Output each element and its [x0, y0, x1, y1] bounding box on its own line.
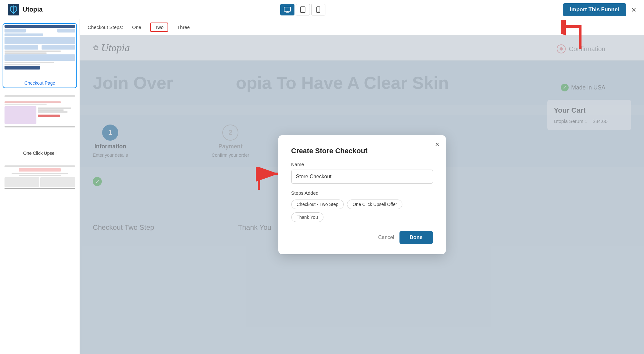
- checkout-page-thumbnail: [3, 24, 76, 79]
- content-area: Checkout Steps: One Two Three ✿ Utopia C…: [80, 19, 644, 354]
- step-tab-two[interactable]: Two: [150, 23, 168, 32]
- step-tab-one[interactable]: One: [128, 23, 145, 31]
- topbar-right: Import This Funnel ×: [563, 3, 636, 16]
- red-arrow-modal-icon: [256, 167, 282, 193]
- sidebar-item-thankyou[interactable]: [3, 163, 77, 223]
- modal-actions: Cancel Done: [291, 231, 433, 244]
- modal-close-button[interactable]: ×: [435, 140, 439, 149]
- steps-tags-container: Checkout - Two Step One Click Upsell Off…: [291, 200, 433, 222]
- thankyou-thumbnail: [3, 164, 76, 219]
- topbar: Utopia Import This Funnel ×: [0, 0, 644, 19]
- sidebar-upsell-label: One Click Upsell: [3, 149, 76, 158]
- sidebar-item-checkout-page[interactable]: Checkout Page: [3, 23, 77, 88]
- background-page: ✿ Utopia Confirmation Join Over opia To …: [80, 35, 644, 354]
- brand-title: Utopia: [23, 6, 43, 13]
- upsell-thumbnail: [3, 94, 76, 149]
- modal-title: Create Store Checkout: [291, 147, 433, 155]
- tablet-device-btn[interactable]: [296, 4, 310, 15]
- step-tag-2: Thank You: [291, 212, 323, 222]
- device-switcher: [280, 4, 325, 15]
- svg-rect-1: [284, 7, 291, 11]
- modal-steps-label: Steps Added: [291, 190, 433, 196]
- modal-name-input[interactable]: [291, 170, 433, 184]
- sidebar-thankyou-label: [3, 219, 76, 223]
- modal-overlay: × Create Store Checkout Name Steps Added…: [80, 35, 644, 354]
- svg-point-5: [318, 12, 319, 12]
- checkout-steps-bar: Checkout Steps: One Two Three: [80, 19, 644, 35]
- modal-cancel-button[interactable]: Cancel: [378, 235, 394, 240]
- step-tag-1: One Click Upsell Offer: [347, 200, 402, 209]
- modal-done-button[interactable]: Done: [399, 231, 433, 244]
- mobile-device-btn[interactable]: [311, 4, 325, 15]
- topbar-close-button[interactable]: ×: [631, 5, 636, 14]
- sidebar-item-upsell[interactable]: One Click Upsell: [3, 93, 77, 158]
- logo-icon: [8, 4, 19, 15]
- checkout-steps-label: Checkout Steps:: [88, 24, 123, 30]
- topbar-left: Utopia: [8, 4, 43, 15]
- create-store-checkout-modal: × Create Store Checkout Name Steps Added…: [278, 135, 446, 254]
- sidebar: Checkout Page: [0, 19, 80, 354]
- import-funnel-button[interactable]: Import This Funnel: [563, 3, 626, 16]
- step-tab-three[interactable]: Three: [173, 23, 194, 31]
- red-arrow-import-icon: [561, 20, 587, 52]
- main-layout: Checkout Page: [0, 19, 644, 354]
- svg-point-3: [303, 12, 303, 12]
- desktop-device-btn[interactable]: [280, 4, 294, 15]
- sidebar-checkout-label: Checkout Page: [3, 79, 76, 88]
- step-tag-0: Checkout - Two Step: [291, 200, 344, 209]
- modal-name-label: Name: [291, 162, 433, 167]
